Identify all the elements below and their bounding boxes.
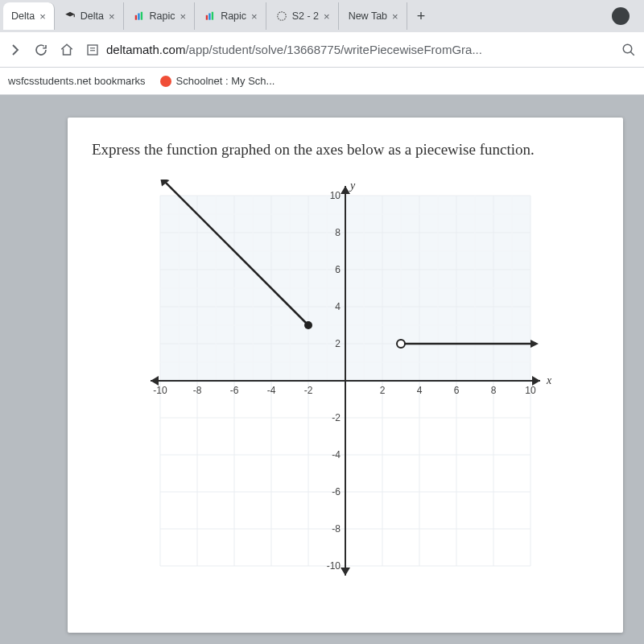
close-icon[interactable]: ×: [324, 10, 330, 23]
svg-text:-8: -8: [332, 523, 341, 535]
tab-rapic-1[interactable]: Rapic ×: [126, 2, 196, 30]
svg-point-6: [277, 12, 286, 21]
svg-text:-8: -8: [193, 385, 202, 396]
svg-text:-6: -6: [332, 486, 341, 497]
closed-endpoint-icon: [304, 321, 312, 329]
reload-icon[interactable]: [34, 43, 48, 57]
graduation-cap-icon: [64, 10, 76, 22]
svg-rect-1: [138, 14, 139, 20]
tab-strip: Delta × Delta × Rapic × Rapic × S2 - 2 ×…: [0, 0, 644, 32]
svg-rect-0: [134, 15, 136, 20]
svg-rect-7: [88, 45, 97, 55]
svg-text:4: 4: [417, 385, 423, 396]
address-text: deltamath.com/app/student/solve/13668775…: [106, 43, 482, 56]
new-tab-button[interactable]: +: [409, 8, 434, 25]
close-icon[interactable]: ×: [109, 10, 115, 23]
browser-toolbar: deltamath.com/app/student/solve/13668775…: [0, 32, 644, 68]
svg-rect-3: [206, 15, 208, 20]
bars-icon: [134, 10, 145, 22]
open-endpoint-icon: [397, 340, 405, 348]
close-icon[interactable]: ×: [392, 10, 398, 23]
svg-text:-2: -2: [332, 412, 341, 423]
svg-text:8: 8: [491, 385, 497, 396]
svg-text:10: 10: [330, 190, 341, 201]
site-info-icon[interactable]: [85, 43, 100, 57]
svg-text:10: 10: [525, 385, 536, 396]
tab-label: S2 - 2: [292, 10, 319, 22]
svg-rect-4: [208, 14, 210, 20]
svg-text:-10: -10: [327, 560, 341, 572]
svg-text:8: 8: [335, 227, 341, 238]
svg-text:y: y: [349, 180, 356, 192]
svg-text:-4: -4: [332, 449, 341, 460]
bookmarks-bar: wsfcsstudents.net bookmarks Schoolnet : …: [0, 68, 644, 95]
svg-point-10: [623, 44, 632, 53]
graph-svg: -10 -8 -6 -4 -2 2 4 6 8 10 10 8 6 4 2 -: [136, 180, 555, 582]
svg-marker-52: [341, 568, 350, 576]
home-icon[interactable]: [60, 43, 74, 57]
tab-rapic-2[interactable]: Rapic ×: [196, 2, 266, 30]
close-icon[interactable]: ×: [39, 10, 46, 23]
svg-rect-5: [212, 12, 213, 20]
tab-label: Rapic: [150, 10, 175, 22]
schoolnet-icon: [160, 76, 171, 87]
svg-text:4: 4: [335, 301, 341, 312]
profile-avatar[interactable]: [612, 7, 630, 25]
zoom-icon[interactable]: [621, 43, 636, 57]
close-icon[interactable]: ×: [180, 10, 187, 23]
svg-text:-6: -6: [230, 385, 239, 396]
svg-text:6: 6: [335, 264, 341, 275]
tab-label: Rapic: [221, 10, 246, 22]
tab-label: Delta: [11, 10, 35, 22]
bars-icon: [204, 10, 216, 22]
address-bar[interactable]: deltamath.com/app/student/solve/13668775…: [85, 43, 610, 57]
tab-s2[interactable]: S2 - 2 ×: [268, 2, 339, 30]
svg-text:-4: -4: [267, 385, 276, 396]
problem-card: Express the function graphed on the axes…: [68, 118, 623, 633]
page-background: Express the function graphed on the axes…: [0, 95, 644, 644]
tab-label: New Tab: [349, 10, 387, 22]
forward-icon[interactable]: [8, 43, 23, 57]
svg-text:6: 6: [454, 385, 460, 396]
tab-label: Delta: [80, 10, 104, 22]
svg-marker-51: [341, 186, 350, 194]
tab-delta-1[interactable]: Delta ×: [3, 2, 55, 30]
svg-text:x: x: [546, 374, 552, 386]
close-icon[interactable]: ×: [251, 10, 258, 23]
bookmark-schoolnet[interactable]: Schoolnet : My Sch...: [160, 75, 275, 87]
svg-line-11: [630, 52, 634, 56]
graph: -10 -8 -6 -4 -2 2 4 6 8 10 10 8 6 4 2 -: [136, 180, 555, 582]
svg-rect-2: [140, 12, 142, 20]
bookmark-wsfcs[interactable]: wsfcsstudents.net bookmarks: [8, 75, 146, 87]
tab-new[interactable]: New Tab ×: [341, 2, 407, 30]
gear-icon: [276, 10, 287, 22]
bookmark-label: Schoolnet : My Sch...: [176, 75, 275, 87]
svg-marker-78: [530, 340, 539, 348]
svg-text:2: 2: [380, 385, 386, 396]
problem-prompt: Express the function graphed on the axes…: [92, 138, 599, 162]
svg-text:2: 2: [335, 338, 341, 349]
svg-text:-10: -10: [153, 385, 167, 396]
bookmark-label: wsfcsstudents.net bookmarks: [8, 75, 146, 87]
tab-delta-2[interactable]: Delta ×: [56, 2, 124, 30]
svg-text:-2: -2: [304, 385, 313, 396]
